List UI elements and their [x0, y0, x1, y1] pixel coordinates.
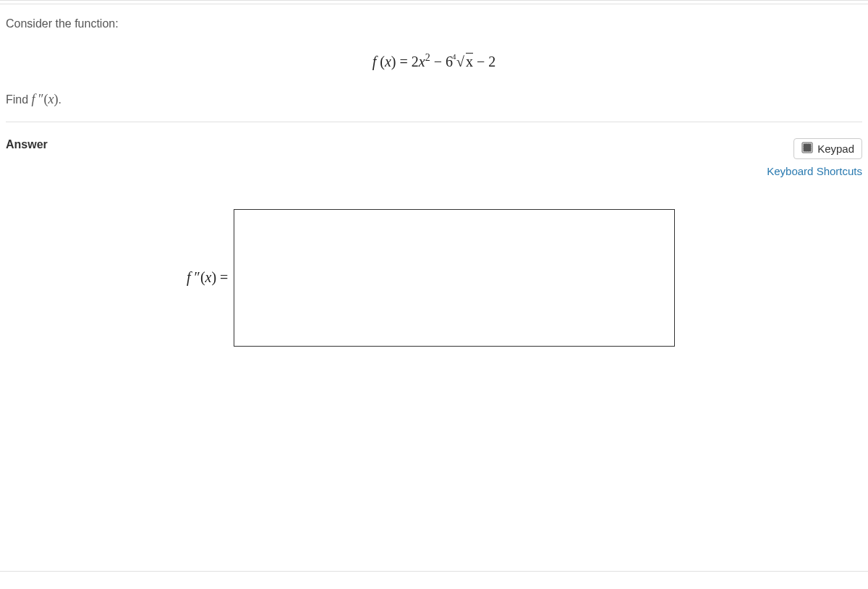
bottom-divider	[0, 571, 868, 572]
function-equation: f (x) = 2x2 − 6 4√x − 2	[6, 52, 862, 70]
keypad-icon	[801, 142, 813, 156]
question-intro-text: Consider the function:	[6, 17, 862, 30]
answer-input[interactable]	[234, 209, 675, 347]
find-suffix: .	[59, 93, 61, 106]
top-divider	[0, 0, 868, 4]
answer-area: Answer	[6, 122, 862, 347]
svg-rect-5	[807, 146, 809, 148]
find-instruction: Find f ″(x).	[6, 92, 862, 107]
svg-rect-2	[807, 144, 809, 146]
answer-section-label: Answer	[6, 138, 48, 151]
find-math: f ″(x)	[32, 92, 59, 106]
answer-input-label: f ″(x) =	[187, 269, 234, 286]
keypad-button[interactable]: Keypad	[793, 138, 862, 159]
svg-rect-7	[804, 149, 806, 151]
svg-rect-6	[809, 146, 811, 148]
answer-header: Answer	[6, 138, 862, 177]
question-area: Consider the function: f (x) = 2x2 − 6 4…	[0, 0, 868, 347]
answer-input-row: f ″(x) =	[6, 209, 862, 347]
keyboard-shortcuts-link[interactable]: Keyboard Shortcuts	[767, 165, 862, 177]
svg-rect-1	[804, 144, 806, 146]
answer-tools: Keypad Keyboard Shortcuts	[767, 138, 862, 177]
svg-rect-9	[809, 149, 811, 151]
question-block: Consider the function: f (x) = 2x2 − 6 4…	[6, 6, 862, 122]
keypad-button-label: Keypad	[817, 143, 854, 155]
svg-rect-3	[809, 144, 811, 146]
svg-rect-4	[804, 146, 806, 148]
svg-rect-8	[807, 149, 809, 151]
find-prefix: Find	[6, 93, 32, 106]
